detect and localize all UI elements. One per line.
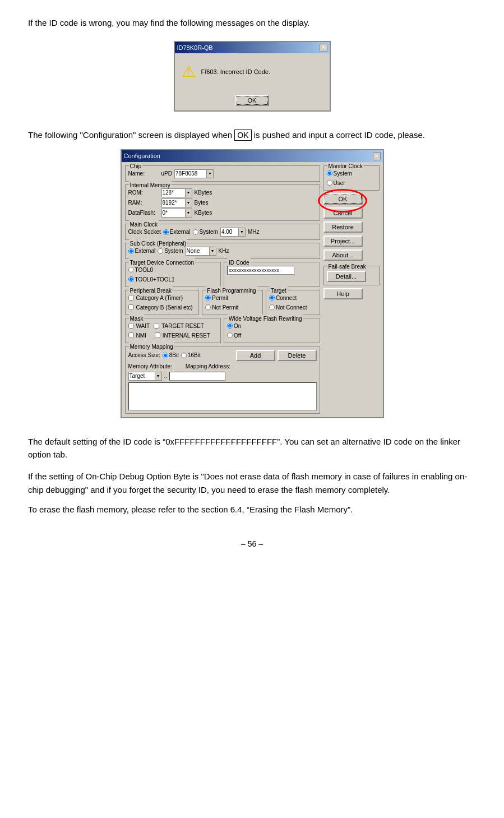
external-radio[interactable]: [163, 229, 169, 235]
config-project-button[interactable]: Project...: [323, 235, 363, 247]
error-dialog-body: ⚠ Ff603: Incorrect ID Code.: [175, 53, 330, 90]
bit8-radio[interactable]: [163, 353, 168, 358]
tool0tool1-radio[interactable]: [128, 276, 134, 282]
memory-map-listbox[interactable]: [128, 382, 317, 410]
category-a-checkbox[interactable]: [128, 295, 134, 301]
sub-clock-group: Sub Clock (Peripheral) External System N…: [125, 243, 320, 259]
config-body: Chip Name: uPD 78F8058 ▼ Internal Memory: [122, 162, 383, 417]
config-help-button[interactable]: Help: [323, 288, 363, 299]
failsafe-group: Fail-safe Break Detail...: [323, 266, 380, 285]
mc-user-radio[interactable]: [327, 180, 332, 186]
delete-button[interactable]: Delete: [278, 350, 317, 361]
memory-attr-combo[interactable]: Target ▼: [128, 372, 162, 381]
wv-on-radio[interactable]: [227, 323, 233, 329]
dataflash-combo-arrow[interactable]: ▼: [185, 209, 192, 217]
mapping-addr-input[interactable]: [169, 372, 225, 381]
sub-clock-title: Sub Clock (Peripheral): [129, 239, 188, 248]
ram-combo[interactable]: 8192* ▼: [161, 198, 192, 207]
rom-combo-arrow[interactable]: ▼: [185, 189, 192, 197]
access-size-label: Access Size:: [128, 351, 160, 359]
para1-after: is pushed and input a correct ID code, p…: [254, 130, 425, 140]
sub-sys-radio[interactable]: [158, 248, 163, 254]
sub-combo[interactable]: None ▼: [186, 247, 216, 256]
permit-radio[interactable]: [205, 295, 211, 301]
dataflash-label: DataFlash:: [128, 209, 159, 217]
mc-system-label: System: [334, 169, 352, 178]
config-right-col: Monitor Clock System User: [323, 165, 380, 414]
rom-combo[interactable]: 128* ▼: [161, 188, 192, 197]
memory-mapping-group: Memory Mapping Access Size: 8Bit 16Bit A: [125, 346, 320, 414]
permit-label: Permit: [212, 294, 228, 302]
error-ok-button[interactable]: OK: [235, 95, 269, 106]
config-cancel-button[interactable]: Cancel: [323, 207, 363, 219]
para2: The default setting of the ID code is “0…: [28, 435, 476, 461]
connect-radio-label: Connect: [269, 294, 297, 302]
peripheral-break-title: Peripheral Break: [129, 286, 173, 295]
memory-attr-combo-arrow[interactable]: ▼: [155, 372, 161, 380]
wide-voltage-group: Wide Voltage Flash Rewriting On Off: [224, 318, 320, 343]
mhz-combo[interactable]: 4.00 ▼: [220, 228, 246, 237]
warning-icon: ⚠: [182, 60, 196, 84]
tool0-row: TOOL0: [128, 266, 218, 274]
error-dialog-title: ID78K0R-QB: [177, 43, 213, 53]
system-radio-label: System: [193, 228, 218, 236]
id-code-input-row: [227, 266, 317, 275]
mhz-combo-arrow[interactable]: ▼: [238, 228, 245, 236]
rom-unit: KBytes: [195, 188, 212, 197]
chip-group-title: Chip: [129, 162, 143, 170]
external-label: External: [170, 228, 191, 236]
id-code-input[interactable]: [227, 266, 294, 275]
ram-unit: Bytes: [195, 198, 209, 207]
chip-name-combo[interactable]: 78F8058 ▼: [174, 169, 214, 178]
connect-radio[interactable]: [269, 295, 275, 301]
config-dialog: Configuration ✕ Chip Name: uPD 78F8058 ▼: [121, 149, 384, 418]
config-about-button[interactable]: About...: [323, 249, 363, 261]
tool0-radio[interactable]: [128, 267, 134, 272]
sub-ext-radio[interactable]: [128, 248, 134, 254]
rom-row: ROM: 128* ▼ KBytes: [128, 188, 317, 197]
bit16-label: 16Bit: [188, 351, 201, 359]
mc-system-radio[interactable]: [327, 170, 332, 176]
sub-unit: KHz: [219, 247, 229, 255]
add-delete-buttons: Add Delete: [236, 350, 317, 361]
config-dialog-close-button[interactable]: ✕: [373, 152, 381, 160]
not-permit-radio[interactable]: [205, 304, 211, 310]
error-dialog-close-button[interactable]: ✕: [320, 44, 327, 52]
chip-name-combo-arrow[interactable]: ▼: [206, 170, 213, 178]
nmi-checkbox[interactable]: [128, 332, 134, 338]
add-button[interactable]: Add: [236, 350, 275, 361]
error-dialog-container: ID78K0R-QB ✕ ⚠ Ff603: Incorrect ID Code.…: [28, 41, 476, 112]
config-left: Chip Name: uPD 78F8058 ▼ Internal Memory: [125, 165, 320, 414]
mc-user-label: User: [334, 179, 345, 187]
internal-reset-checkbox[interactable]: [155, 332, 160, 338]
mask-wide-row: Mask WAIT TARGET RESET NMI INTERNAL RESE…: [125, 318, 320, 343]
wait-label: WAIT: [136, 322, 150, 330]
internal-reset-label: INTERNAL RESET: [163, 331, 210, 340]
wait-checkbox[interactable]: [128, 323, 134, 329]
detail-button[interactable]: Detail...: [327, 271, 366, 282]
bit16-radio[interactable]: [181, 353, 187, 358]
main-clock-row: Clock Socket External System 4.00 ▼: [128, 228, 317, 237]
ram-combo-arrow[interactable]: ▼: [185, 199, 192, 207]
tool0-label: TOOL0: [135, 266, 154, 274]
wv-off-radio-label: Off: [227, 331, 241, 340]
target-reset-checkbox[interactable]: [154, 323, 159, 329]
config-restore-button[interactable]: Restore: [323, 221, 363, 233]
wv-off-radio[interactable]: [227, 332, 233, 338]
para1: The following "Configuration" screen is …: [28, 128, 476, 141]
not-connect-radio[interactable]: [269, 304, 275, 310]
config-ok-button[interactable]: OK: [323, 193, 363, 205]
sub-combo-arrow[interactable]: ▼: [209, 247, 216, 255]
peripheral-break-group: Peripheral Break Category A (Timer) Cate…: [125, 290, 200, 315]
dataflash-combo[interactable]: 0* ▼: [161, 209, 192, 218]
wait-row: WAIT TARGET RESET: [128, 322, 218, 330]
system-radio[interactable]: [193, 229, 198, 235]
monitor-clock-title: Monitor Clock: [327, 162, 364, 170]
not-permit-label: Not Permit: [212, 303, 238, 312]
permit-radio-label: Permit: [205, 294, 228, 302]
category-b-checkbox[interactable]: [128, 304, 134, 310]
not-permit-row: Not Permit: [205, 303, 260, 312]
tool0tool1-radio-label: TOOL0+TOOL1: [128, 275, 175, 284]
main-clock-title: Main Clock: [129, 220, 159, 229]
mask-group-title: Mask: [129, 315, 145, 323]
